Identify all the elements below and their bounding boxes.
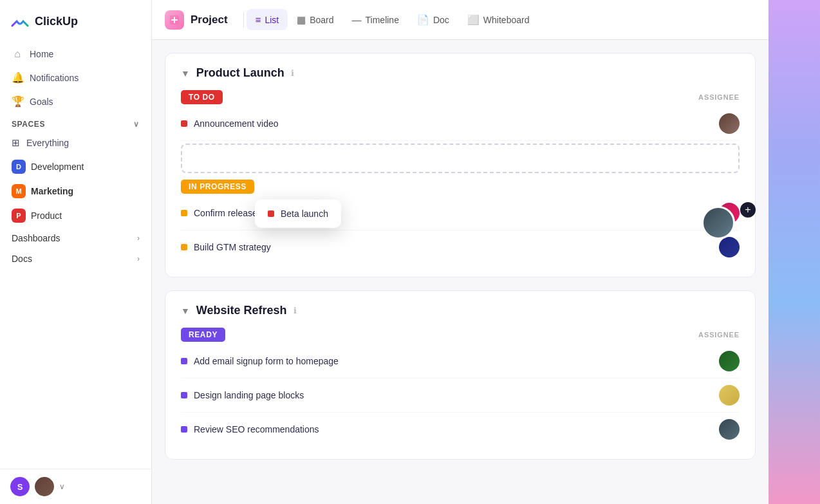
spaces-label: Spaces xyxy=(12,120,45,129)
timeline-tab-icon: — xyxy=(352,14,362,25)
website-refresh-card: ▼ Website Refresh ℹ READY ASSIGNEE Add e… xyxy=(165,290,756,460)
ready-status-bar: READY ASSIGNEE xyxy=(181,328,740,342)
in-progress-badge: IN PROGRESS xyxy=(181,180,254,194)
product-launch-info-icon[interactable]: ℹ xyxy=(291,68,294,78)
task-row[interactable]: Review SEO recommendations xyxy=(181,413,740,446)
tab-whiteboard[interactable]: ⬜ Whiteboard xyxy=(458,9,539,31)
todo-section: TO DO ASSIGNEE Announcement video xyxy=(181,90,740,173)
task-dot-yellow-1 xyxy=(181,210,187,216)
sidebar-item-docs-label: Docs xyxy=(12,254,32,264)
home-icon: ⌂ xyxy=(12,48,23,60)
marketing-avatar: M xyxy=(12,184,26,198)
in-progress-section: IN PROGRESS Confirm release details and … xyxy=(181,180,740,264)
doc-tab-icon: 📄 xyxy=(417,14,429,26)
main-content: Project ≡ List ▦ Board — Timeline 📄 Doc … xyxy=(152,0,769,504)
sidebar-item-product[interactable]: P Product xyxy=(5,203,146,228)
ready-badge: READY xyxy=(181,328,225,342)
sidebar-item-development[interactable]: D Development xyxy=(5,154,146,179)
development-avatar: D xyxy=(12,160,26,174)
sidebar-item-everything[interactable]: ⊞ Everything xyxy=(5,131,146,154)
task-dot-red xyxy=(181,120,187,127)
task-email-signup-label: Add email signup form to homepage xyxy=(194,356,339,366)
task-review-seo-label: Review SEO recommendations xyxy=(194,424,319,434)
sidebar-item-docs[interactable]: Docs › xyxy=(5,248,146,269)
app-name: ClickUp xyxy=(35,15,78,28)
sidebar-footer: S ∨ xyxy=(0,469,151,504)
list-tab-icon: ≡ xyxy=(256,14,261,25)
todo-assignee-label: ASSIGNEE xyxy=(698,93,740,101)
sidebar-item-everything-label: Everything xyxy=(26,138,69,148)
task-row[interactable]: Add email signup form to homepage xyxy=(181,344,740,378)
product-launch-card: ▼ Product Launch ℹ TO DO ASSIGNEE Announ… xyxy=(165,53,756,277)
task-announcement-video: Announcement video xyxy=(181,118,279,129)
ready-section: READY ASSIGNEE Add email signup form to … xyxy=(181,328,740,446)
todo-status-bar: TO DO ASSIGNEE xyxy=(181,90,740,104)
task-row[interactable]: Design landing page blocks xyxy=(181,378,740,413)
tab-doc[interactable]: 📄 Doc xyxy=(408,9,458,31)
clickup-logo-icon xyxy=(10,12,30,31)
task-avatar-6 xyxy=(719,419,740,440)
task-email-signup: Add email signup form to homepage xyxy=(181,356,339,366)
user-avatar-s[interactable]: S xyxy=(10,477,30,496)
todo-badge: TO DO xyxy=(181,90,223,104)
grid-icon: ⊞ xyxy=(12,137,20,149)
task-build-gtm: Build GTM strategy xyxy=(181,242,271,252)
logo[interactable]: ClickUp xyxy=(0,0,151,40)
website-refresh-collapse-icon[interactable]: ▼ xyxy=(181,306,190,316)
footer-chevron-icon[interactable]: ∨ xyxy=(59,482,65,491)
task-announcement-video-label: Announcement video xyxy=(194,118,279,129)
product-avatar: P xyxy=(12,209,26,223)
task-confirm-release: Confirm release details and dates xyxy=(181,208,328,218)
spaces-section-header: Spaces ∨ xyxy=(5,113,146,131)
topbar-divider xyxy=(243,12,244,28)
sidebar-item-development-label: Development xyxy=(31,162,84,172)
tab-board[interactable]: ▦ Board xyxy=(288,9,342,31)
task-dot-yellow-2 xyxy=(181,244,187,250)
task-avatar-4 xyxy=(719,351,740,371)
sidebar: ClickUp ⌂ Home 🔔 Notifications 🏆 Goals S… xyxy=(0,0,152,504)
tab-list-label: List xyxy=(265,15,279,25)
tab-list[interactable]: ≡ List xyxy=(247,9,288,30)
in-progress-status-bar: IN PROGRESS xyxy=(181,180,740,194)
sidebar-item-goals[interactable]: 🏆 Goals xyxy=(5,89,146,113)
sidebar-item-dashboards-label: Dashboards xyxy=(12,233,61,243)
task-dot-purple-1 xyxy=(181,358,187,364)
drag-assignee-popup-avatar xyxy=(702,206,735,239)
topbar: Project ≡ List ▦ Board — Timeline 📄 Doc … xyxy=(152,0,769,40)
task-design-landing: Design landing page blocks xyxy=(181,390,304,400)
sidebar-item-home-label: Home xyxy=(30,49,53,59)
task-row[interactable]: Confirm release details and dates xyxy=(181,196,740,230)
project-title: Project xyxy=(165,10,228,30)
sidebar-item-home[interactable]: ⌂ Home xyxy=(5,42,146,66)
dashboards-chevron-icon: › xyxy=(137,234,140,243)
product-launch-collapse-icon[interactable]: ▼ xyxy=(181,68,190,79)
task-row[interactable]: Build GTM strategy xyxy=(181,230,740,264)
task-confirm-release-label: Confirm release details and dates xyxy=(194,208,328,218)
tab-board-label: Board xyxy=(310,15,333,25)
tab-doc-label: Doc xyxy=(433,15,449,25)
sidebar-item-notifications[interactable]: 🔔 Notifications xyxy=(5,66,146,89)
whiteboard-tab-icon: ⬜ xyxy=(467,14,480,26)
trophy-icon: 🏆 xyxy=(12,95,23,107)
sidebar-item-marketing-label: Marketing xyxy=(31,186,73,196)
tab-timeline-label: Timeline xyxy=(366,15,399,25)
sidebar-nav: ⌂ Home 🔔 Notifications 🏆 Goals Spaces ∨ … xyxy=(0,40,151,469)
docs-chevron-icon: › xyxy=(137,254,140,263)
task-avatar-3 xyxy=(719,237,740,257)
user-avatar-2[interactable] xyxy=(35,477,54,496)
tab-timeline[interactable]: — Timeline xyxy=(343,9,408,30)
sidebar-item-goals-label: Goals xyxy=(30,97,53,107)
task-avatar-1 xyxy=(719,113,740,134)
task-review-seo: Review SEO recommendations xyxy=(181,424,319,434)
sidebar-item-dashboards[interactable]: Dashboards › xyxy=(5,228,146,248)
task-dot-purple-2 xyxy=(181,392,187,398)
content-area: ▼ Product Launch ℹ TO DO ASSIGNEE Announ… xyxy=(152,40,769,504)
task-dot-purple-3 xyxy=(181,426,187,433)
website-refresh-info-icon[interactable]: ℹ xyxy=(294,306,297,315)
spaces-chevron-icon[interactable]: ∨ xyxy=(133,120,140,129)
project-label: Project xyxy=(191,14,228,26)
task-row[interactable]: Announcement video xyxy=(181,107,740,141)
ready-assignee-label: ASSIGNEE xyxy=(698,331,740,339)
sidebar-item-marketing[interactable]: M Marketing xyxy=(5,179,146,203)
project-icon xyxy=(165,10,184,30)
